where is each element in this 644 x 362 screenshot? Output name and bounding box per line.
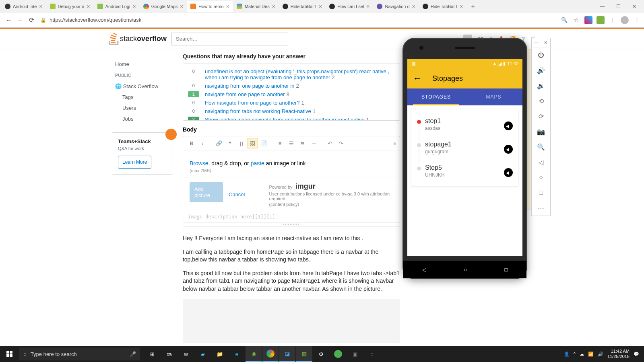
tab-maps[interactable]: MAPS: [465, 88, 522, 105]
taskbar-app[interactable]: ◪: [279, 346, 295, 362]
close-icon[interactable]: ×: [272, 3, 275, 10]
stackoverflow-logo[interactable]: stackoverflow: [109, 33, 167, 45]
volume-tray-icon[interactable]: 🔊: [598, 352, 603, 357]
browser-tab[interactable]: Android Logi×: [94, 1, 139, 12]
taskbar-app[interactable]: ▥: [296, 346, 312, 362]
taskbar-app[interactable]: ⌂: [364, 346, 380, 362]
suggestion-row[interactable]: 0navigating from tabs not working React-…: [183, 107, 400, 115]
suggestions-list[interactable]: 0undefined is not an object (evaluating …: [183, 64, 400, 120]
back-button[interactable]: ←: [3, 16, 14, 24]
tray-chevron-icon[interactable]: ^: [574, 352, 576, 356]
image-button[interactable]: 🖼: [248, 138, 258, 148]
close-icon[interactable]: ×: [180, 3, 183, 10]
screenshot-button[interactable]: 📷: [532, 124, 550, 139]
browser-tab[interactable]: Debug your a×: [47, 1, 93, 12]
emulator-screen[interactable]: ▦ ▲◢▮11:42 ← Stopages STOPAGES MAPS stop…: [407, 59, 522, 256]
emulator-close-button[interactable]: ✕: [544, 40, 548, 45]
browser-tab-active[interactable]: How to remo×: [187, 1, 233, 12]
taskbar-app[interactable]: [262, 346, 279, 362]
snippet-button[interactable]: 📄: [259, 138, 269, 148]
home-button[interactable]: ○: [532, 170, 550, 185]
volume-down-button[interactable]: 🔉: [532, 78, 550, 93]
browse-link[interactable]: Browse: [190, 160, 208, 167]
suggestion-link[interactable]: navigating from one page to another in: [205, 83, 295, 89]
taskbar-search[interactable]: ○ Type here to search 🎤: [19, 348, 140, 360]
taskbar-app[interactable]: 🛍: [161, 346, 177, 362]
editor-resize-grip[interactable]: [183, 222, 400, 226]
menu-icon[interactable]: ⋮: [633, 16, 641, 24]
compass-icon[interactable]: [504, 121, 513, 130]
suggestion-row[interactable]: 1navigate from one page to another8: [183, 90, 400, 99]
browser-tab[interactable]: Navigation o×: [374, 1, 418, 12]
image-drop-area[interactable]: Browse, drag & drop, or paste an image o…: [183, 150, 400, 177]
close-icon[interactable]: ×: [412, 3, 415, 10]
suggestion-row[interactable]: 0How navigate from one page to another?1: [183, 99, 400, 107]
compass-icon[interactable]: [504, 145, 513, 154]
sidebar-item-users[interactable]: Users: [112, 103, 173, 113]
back-arrow-icon[interactable]: ←: [413, 73, 422, 84]
close-icon[interactable]: ×: [39, 3, 42, 10]
taskbar-clock[interactable]: 11:42 AM 11/25/2018: [607, 349, 630, 359]
onedrive-icon[interactable]: ☁: [580, 352, 584, 357]
extension-icon[interactable]: [597, 16, 605, 24]
task-view-button[interactable]: ⊞: [144, 346, 160, 362]
quote-button[interactable]: ❝: [225, 138, 235, 148]
browser-tab[interactable]: Material Des×: [233, 1, 279, 12]
hr-button[interactable]: ─: [309, 138, 319, 148]
taskbar-app[interactable]: ▣: [347, 346, 363, 362]
cancel-link[interactable]: Cancel: [229, 191, 245, 197]
wifi-tray-icon[interactable]: 📶: [588, 352, 594, 357]
close-icon[interactable]: ×: [460, 3, 463, 10]
suggestion-row[interactable]: 0navigating from one page to another in2: [183, 82, 400, 90]
rotate-right-button[interactable]: ⟳: [532, 109, 550, 124]
suggestion-link[interactable]: undefined is not an object (evaluating '…: [205, 68, 389, 80]
redo-button[interactable]: ↷: [336, 138, 347, 148]
close-icon[interactable]: ×: [133, 3, 136, 10]
taskbar-app[interactable]: ⚙: [313, 346, 329, 362]
browser-tab[interactable]: Google Maps×: [140, 1, 187, 12]
android-recents-button[interactable]: □: [504, 267, 508, 273]
olist-button[interactable]: ≡: [275, 138, 285, 148]
suggestion-link[interactable]: navigating from tabs not working React-n…: [205, 108, 311, 114]
forward-button[interactable]: →: [14, 16, 26, 24]
android-home-button[interactable]: ○: [464, 267, 467, 273]
ulist-button[interactable]: ☰: [286, 138, 297, 148]
paste-link[interactable]: paste: [251, 160, 264, 167]
suggestion-link[interactable]: How navigate from one page to another?: [205, 100, 300, 106]
browser-tab[interactable]: How can I sel×: [326, 1, 373, 12]
stop-row[interactable]: stopage1gurgugram: [411, 136, 518, 159]
reload-button[interactable]: ⟳: [26, 16, 37, 24]
close-icon[interactable]: ×: [319, 3, 322, 10]
start-button[interactable]: [2, 346, 18, 362]
undo-button[interactable]: ↶: [325, 138, 335, 148]
system-tray[interactable]: 👤 ^ ☁ 📶 🔊 11:42 AM 11/25/2018 💬: [564, 349, 642, 359]
bookmark-icon[interactable]: ☆: [572, 16, 580, 24]
zoom-button[interactable]: 🔍: [532, 139, 550, 154]
italic-button[interactable]: I: [198, 138, 208, 148]
stop-row[interactable]: Stop5UHNJKH: [411, 159, 518, 183]
link-button[interactable]: 🔗: [214, 138, 224, 148]
back-button[interactable]: ◁: [532, 154, 550, 170]
code-button[interactable]: {}: [236, 138, 247, 148]
taskbar-app[interactable]: 📁: [212, 346, 228, 362]
extension-icon[interactable]: [584, 16, 592, 24]
heading-button[interactable]: ≣: [297, 138, 308, 148]
editor-help-icon[interactable]: ●: [393, 140, 396, 146]
taskbar-app[interactable]: e: [229, 346, 245, 362]
url-input[interactable]: 🔒 https://stackoverflow.com/questions/as…: [40, 14, 557, 26]
close-button[interactable]: ✕: [626, 4, 642, 9]
tab-stopages[interactable]: STOPAGES: [407, 88, 465, 105]
sidebar-item-stackoverflow[interactable]: 🌐 Stack Overflow: [112, 81, 173, 92]
taskbar-app[interactable]: ✉: [178, 346, 194, 362]
browser-tab[interactable]: Hide tabBar f×: [279, 1, 325, 12]
rotate-left-button[interactable]: ⟲: [532, 93, 550, 109]
compass-icon[interactable]: [504, 168, 513, 177]
taskbar-app[interactable]: ▰: [195, 346, 211, 362]
android-back-button[interactable]: ◁: [422, 267, 426, 273]
sidebar-item-home[interactable]: Home: [112, 59, 173, 70]
browser-tab[interactable]: Hide TabBar f×: [419, 1, 466, 12]
overview-button[interactable]: □: [532, 185, 550, 200]
suggestion-row[interactable]: 0undefined is not an object (evaluating …: [183, 67, 400, 82]
emulator-minimize-button[interactable]: —: [534, 40, 539, 45]
bold-button[interactable]: B: [186, 138, 197, 148]
